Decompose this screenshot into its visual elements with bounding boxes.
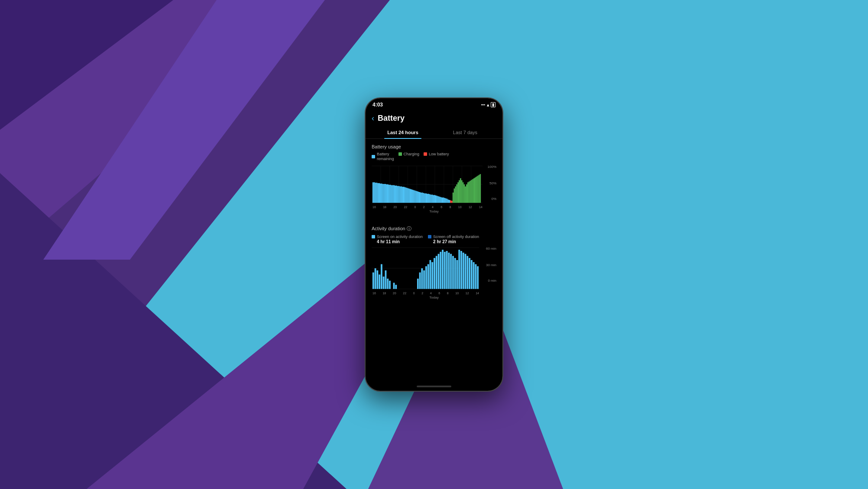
svg-rect-98 xyxy=(466,184,467,203)
svg-rect-54 xyxy=(412,190,413,203)
svg-rect-47 xyxy=(403,187,405,203)
svg-rect-141 xyxy=(452,256,454,289)
svg-rect-76 xyxy=(439,196,440,203)
svg-rect-74 xyxy=(437,196,438,203)
svg-rect-101 xyxy=(470,180,471,203)
svg-rect-39 xyxy=(393,185,395,203)
battery-section-title: Battery usage xyxy=(372,144,496,149)
svg-rect-128 xyxy=(425,267,427,289)
svg-rect-125 xyxy=(419,273,421,289)
svg-rect-122 xyxy=(393,283,395,289)
wifi-icon: ▴ xyxy=(487,103,489,107)
svg-rect-68 xyxy=(429,194,431,203)
svg-rect-105 xyxy=(475,177,476,203)
svg-rect-49 xyxy=(406,187,407,203)
legend-screen-on: Screen on activity duration 4 hr 11 min xyxy=(372,235,423,244)
svg-rect-78 xyxy=(441,197,443,203)
svg-rect-73 xyxy=(435,195,437,203)
svg-rect-135 xyxy=(440,252,441,289)
svg-rect-136 xyxy=(442,250,444,289)
svg-rect-114 xyxy=(375,268,376,289)
svg-rect-60 xyxy=(419,192,421,203)
svg-rect-86 xyxy=(451,201,453,203)
svg-rect-147 xyxy=(465,254,466,289)
legend-dot-battery xyxy=(372,155,375,158)
phone-screen: 4:03 ▪▪▪ ▴ ▮ ‹ Battery Last 24 hours Las… xyxy=(366,98,502,391)
svg-rect-115 xyxy=(376,270,378,289)
svg-rect-59 xyxy=(418,192,419,203)
svg-rect-27 xyxy=(379,183,380,203)
svg-rect-107 xyxy=(477,176,479,203)
svg-rect-90 xyxy=(456,184,457,203)
svg-rect-66 xyxy=(427,193,428,203)
svg-rect-137 xyxy=(444,252,446,289)
svg-rect-133 xyxy=(436,256,437,289)
svg-rect-85 xyxy=(450,200,451,203)
svg-rect-118 xyxy=(383,277,385,289)
svg-rect-23 xyxy=(374,182,375,203)
svg-rect-53 xyxy=(411,189,412,203)
tab-bar: Last 24 hours Last 7 days xyxy=(366,126,502,139)
screen-on-label: Screen on activity duration xyxy=(377,235,423,239)
svg-rect-32 xyxy=(385,184,386,203)
svg-rect-83 xyxy=(447,199,449,203)
svg-rect-121 xyxy=(389,281,391,289)
activity-legend: Screen on activity duration 4 hr 11 min … xyxy=(372,235,496,244)
svg-rect-96 xyxy=(463,184,465,203)
svg-rect-140 xyxy=(450,254,452,289)
svg-rect-152 xyxy=(475,264,476,289)
svg-rect-100 xyxy=(469,181,470,203)
svg-rect-126 xyxy=(421,268,423,289)
phone-shell: 4:03 ▪▪▪ ▴ ▮ ‹ Battery Last 24 hours Las… xyxy=(365,97,503,392)
svg-rect-144 xyxy=(458,250,460,289)
svg-rect-31 xyxy=(383,184,385,203)
svg-rect-65 xyxy=(425,193,427,203)
legend-low-label: Low battery xyxy=(429,152,449,156)
svg-rect-56 xyxy=(415,190,416,203)
svg-rect-63 xyxy=(423,193,424,203)
svg-rect-139 xyxy=(448,253,450,289)
svg-rect-120 xyxy=(387,279,389,289)
page-title: Battery xyxy=(378,114,405,123)
svg-rect-97 xyxy=(465,186,466,203)
tab-last-7d[interactable]: Last 7 days xyxy=(434,126,496,138)
back-button[interactable]: ‹ xyxy=(372,114,374,123)
svg-rect-52 xyxy=(409,189,411,203)
svg-rect-149 xyxy=(469,258,470,290)
svg-rect-61 xyxy=(421,193,422,203)
svg-rect-95 xyxy=(463,182,464,203)
tab-last-24h[interactable]: Last 24 hours xyxy=(372,126,434,138)
svg-rect-29 xyxy=(381,183,382,203)
svg-rect-131 xyxy=(431,262,433,289)
svg-rect-132 xyxy=(434,258,435,290)
svg-rect-72 xyxy=(434,195,435,203)
svg-rect-69 xyxy=(431,194,432,203)
svg-rect-146 xyxy=(463,253,464,289)
svg-rect-99 xyxy=(467,182,469,203)
svg-rect-89 xyxy=(455,186,456,203)
svg-rect-64 xyxy=(424,193,425,203)
svg-rect-71 xyxy=(433,195,434,203)
activity-x-labels: 16 18 20 22 0 2 4 6 8 10 12 14 xyxy=(372,292,496,295)
svg-rect-77 xyxy=(440,197,441,203)
svg-rect-143 xyxy=(457,260,458,289)
app-header: ‹ Battery xyxy=(366,109,502,126)
svg-rect-117 xyxy=(381,264,382,289)
svg-rect-84 xyxy=(449,200,450,203)
svg-rect-104 xyxy=(473,178,475,203)
svg-rect-93 xyxy=(460,178,461,203)
svg-rect-37 xyxy=(391,185,392,203)
svg-rect-57 xyxy=(415,191,417,203)
svg-rect-87 xyxy=(453,193,454,203)
svg-rect-45 xyxy=(401,186,402,203)
status-icons: ▪▪▪ ▴ ▮ xyxy=(481,102,496,107)
app-content[interactable]: Battery usage Battery remaining Charging xyxy=(366,139,502,383)
svg-rect-34 xyxy=(387,184,389,203)
svg-rect-102 xyxy=(471,180,472,203)
svg-rect-81 xyxy=(445,198,447,203)
battery-chart-svg xyxy=(372,165,483,204)
svg-rect-50 xyxy=(407,188,408,203)
legend-dot-low xyxy=(424,152,427,156)
activity-chart xyxy=(372,247,496,290)
battery-legend: Battery remaining Charging Low battery xyxy=(372,152,496,161)
